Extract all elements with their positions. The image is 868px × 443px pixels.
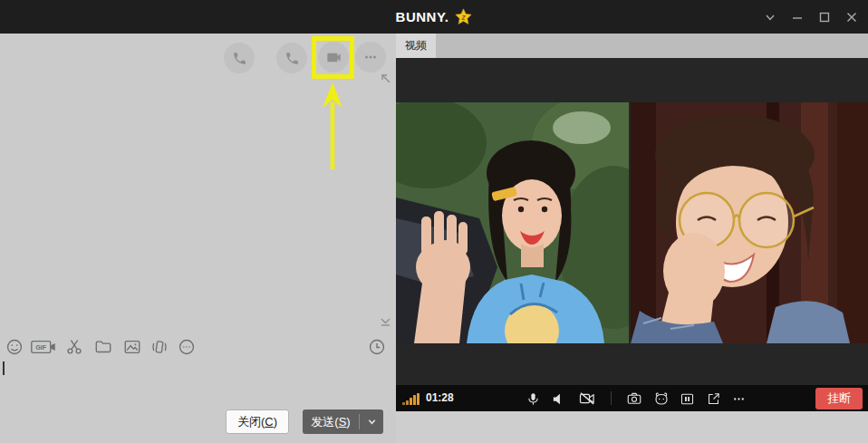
fun-effects-button[interactable] bbox=[651, 388, 672, 409]
screenshot-button[interactable] bbox=[63, 336, 85, 358]
shake-phone-icon bbox=[150, 338, 169, 356]
effects-face-icon bbox=[653, 390, 670, 407]
window-controls bbox=[762, 0, 859, 34]
video-camera-icon bbox=[325, 49, 342, 66]
picture-icon bbox=[123, 338, 141, 356]
chat-button-row: 关闭(C) 发送(S) bbox=[0, 409, 396, 443]
camera-toggle-button[interactable] bbox=[576, 388, 598, 409]
window-title: BUNNY. bbox=[396, 9, 449, 24]
control-divider bbox=[611, 391, 612, 405]
pop-out-icon bbox=[706, 391, 721, 407]
camera-off-icon bbox=[578, 390, 596, 408]
close-button-label: 关闭( bbox=[237, 414, 265, 430]
call-control-bar: 01:28 bbox=[396, 385, 868, 411]
more-dots-icon bbox=[362, 49, 379, 65]
snapshot-camera-icon bbox=[626, 390, 642, 407]
qq-chat-window: BUNNY. z bbox=[0, 0, 868, 443]
video-area bbox=[396, 58, 868, 385]
layout-icon bbox=[680, 391, 695, 407]
window-shake-button[interactable] bbox=[149, 336, 170, 358]
minimize-icon[interactable] bbox=[789, 9, 805, 24]
maximize-icon[interactable] bbox=[816, 9, 832, 24]
message-history-button[interactable] bbox=[366, 336, 388, 358]
tab-strip: 视频 bbox=[396, 34, 868, 58]
signal-strength-icon bbox=[402, 391, 422, 405]
microphone-button[interactable] bbox=[522, 388, 544, 409]
video-call-button[interactable] bbox=[318, 42, 349, 72]
title-group: BUNNY. z bbox=[0, 0, 868, 34]
chevron-down-icon[interactable] bbox=[762, 9, 777, 24]
star-badge-icon: z bbox=[455, 8, 472, 25]
folder-icon bbox=[94, 338, 112, 356]
clock-icon bbox=[368, 338, 386, 356]
send-button-label[interactable]: 发送(S) bbox=[303, 409, 359, 434]
pop-out-button[interactable] bbox=[702, 388, 724, 409]
phone-icon bbox=[232, 51, 247, 66]
voice-call-button-2[interactable] bbox=[276, 43, 307, 73]
speaker-icon bbox=[551, 391, 566, 407]
phone-icon bbox=[285, 51, 300, 66]
more-dots-icon bbox=[731, 391, 747, 407]
send-options-chevron[interactable] bbox=[360, 409, 383, 434]
message-input[interactable] bbox=[0, 360, 396, 409]
emoji-button[interactable] bbox=[4, 336, 25, 358]
more-circle-icon bbox=[178, 338, 196, 356]
scissors-icon bbox=[65, 338, 83, 356]
more-tools-button[interactable] bbox=[176, 336, 198, 358]
expand-chat-icon[interactable] bbox=[379, 72, 392, 89]
snapshot-button[interactable] bbox=[623, 388, 645, 409]
voice-call-button[interactable] bbox=[224, 43, 255, 73]
chat-panel: GIF bbox=[0, 34, 396, 443]
svg-text:z: z bbox=[461, 13, 467, 22]
close-icon[interactable] bbox=[844, 9, 859, 24]
microphone-icon bbox=[526, 391, 541, 407]
layout-switch-button[interactable] bbox=[676, 388, 698, 409]
annotation-arrow-icon bbox=[318, 81, 347, 173]
gif-icon: GIF bbox=[30, 338, 57, 356]
titlebar: BUNNY. z bbox=[0, 0, 868, 34]
svg-text:GIF: GIF bbox=[35, 343, 47, 352]
text-caret bbox=[3, 361, 5, 375]
collapse-input-icon[interactable] bbox=[379, 315, 392, 332]
image-button[interactable] bbox=[121, 336, 143, 358]
video-call-panel: 视频 bbox=[396, 34, 868, 443]
video-feed-left bbox=[396, 102, 629, 343]
tab-video[interactable]: 视频 bbox=[396, 34, 436, 58]
hangup-button[interactable]: 挂断 bbox=[815, 388, 863, 409]
file-button[interactable] bbox=[92, 336, 114, 358]
call-timer: 01:28 bbox=[426, 391, 454, 404]
send-button[interactable]: 发送(S) bbox=[303, 409, 383, 434]
gif-button[interactable]: GIF bbox=[29, 336, 58, 358]
more-controls-button[interactable] bbox=[728, 388, 749, 409]
close-chat-button[interactable]: 关闭(C) bbox=[226, 409, 289, 434]
bottom-strip bbox=[396, 411, 868, 443]
video-feed-right bbox=[631, 102, 868, 343]
speaker-button[interactable] bbox=[547, 388, 569, 409]
smiley-icon bbox=[5, 338, 24, 356]
more-actions-button[interactable] bbox=[355, 42, 386, 72]
